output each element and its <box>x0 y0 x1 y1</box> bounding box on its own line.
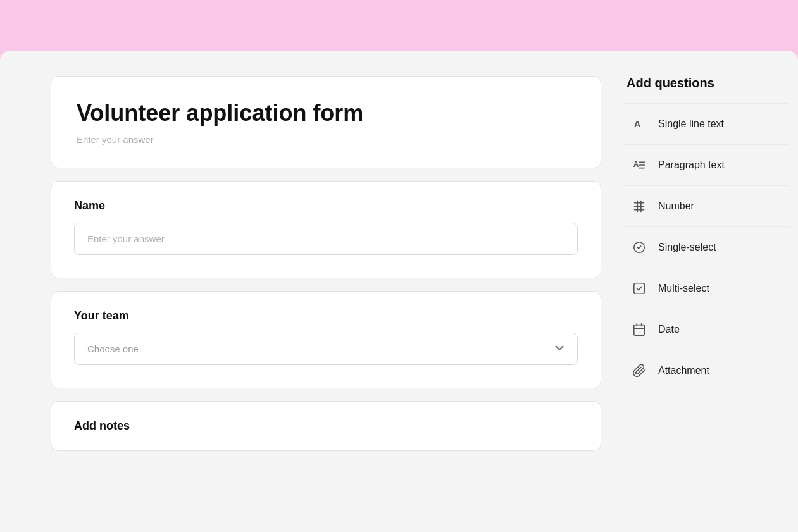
sidebar-item-date[interactable]: Date <box>620 309 791 350</box>
number-icon <box>630 197 648 215</box>
name-question-label: Name <box>74 199 578 213</box>
name-question-card: Name <box>51 181 601 278</box>
sidebar-items-list: A Single line text A <box>620 103 791 391</box>
sidebar-item-label-number: Number <box>658 201 694 212</box>
team-select-wrapper: Choose one Team A Team B Team C <box>74 333 578 365</box>
sidebar-title: Add questions <box>620 76 791 90</box>
sidebar-item-label-date: Date <box>658 324 680 335</box>
attachment-icon <box>630 362 648 380</box>
single-select-icon <box>630 238 648 256</box>
sidebar-item-single-select[interactable]: Single-select <box>620 226 791 268</box>
sidebar-item-label-paragraph-text: Paragraph text <box>658 159 725 171</box>
sidebar-item-multi-select[interactable]: Multi-select <box>620 268 791 309</box>
team-question-label: Your team <box>74 309 578 323</box>
form-area: Volunteer application form Enter your an… <box>51 76 601 451</box>
multi-select-icon <box>630 280 648 297</box>
svg-rect-11 <box>634 283 645 294</box>
team-question-card: Your team Choose one Team A Team B Team … <box>51 291 601 388</box>
add-notes-card: Add notes <box>51 401 601 451</box>
svg-text:A: A <box>634 119 641 129</box>
sidebar-item-number[interactable]: Number <box>620 185 791 226</box>
form-description-placeholder: Enter your answer <box>77 134 575 145</box>
sidebar-item-label-single-select: Single-select <box>658 242 716 253</box>
page-wrapper: Volunteer application form Enter your an… <box>0 0 798 532</box>
sidebar-item-label-multi-select: Multi-select <box>658 283 709 294</box>
svg-text:A: A <box>633 160 639 169</box>
single-line-text-icon: A <box>630 115 648 133</box>
name-text-input[interactable] <box>74 223 578 255</box>
sidebar-item-single-line-text[interactable]: A Single line text <box>620 103 791 144</box>
form-title: Volunteer application form <box>77 99 575 127</box>
add-notes-label: Add notes <box>74 419 578 433</box>
sidebar-item-label-attachment: Attachment <box>658 365 709 376</box>
svg-rect-12 <box>634 325 645 336</box>
sidebar: Add questions A Single line text A <box>601 76 791 391</box>
paragraph-text-icon: A <box>630 156 648 174</box>
form-title-card: Volunteer application form Enter your an… <box>51 76 601 168</box>
sidebar-item-label-single-line-text: Single line text <box>658 118 724 130</box>
main-container: Volunteer application form Enter your an… <box>0 51 798 532</box>
sidebar-item-attachment[interactable]: Attachment <box>620 350 791 391</box>
date-icon <box>630 321 648 338</box>
team-select[interactable]: Choose one Team A Team B Team C <box>74 333 578 365</box>
sidebar-item-paragraph-text[interactable]: A Paragraph text <box>620 144 791 185</box>
